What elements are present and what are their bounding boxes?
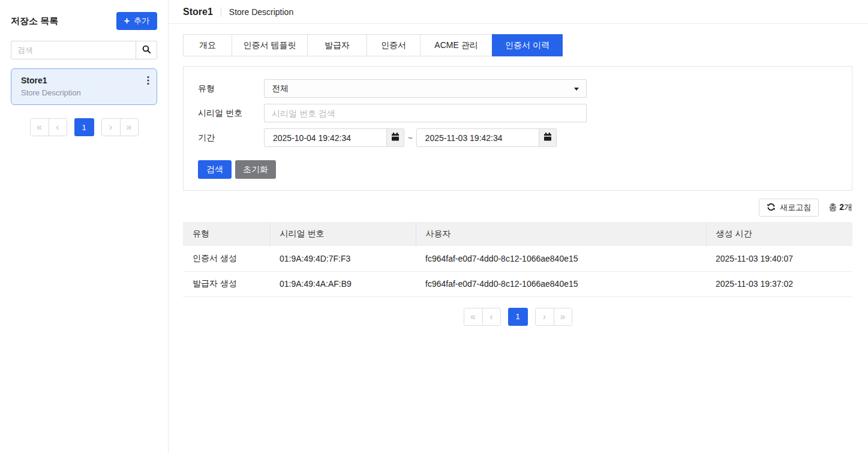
store-description: Store Description (21, 88, 147, 97)
double-chevron-right-icon: » (560, 312, 566, 322)
certificate-history-table: 유형 시리얼 번호 사용자 생성 시간 인증서 생성 01:9A:49:4D:7… (183, 222, 852, 297)
store-list-item-store1[interactable]: Store1 Store Description (11, 68, 157, 105)
sidebar-prev-page-button[interactable]: ‹ (49, 119, 67, 136)
table-prev-page-button[interactable]: ‹ (482, 308, 500, 325)
tab-acme-management[interactable]: ACME 관리 (420, 34, 492, 56)
chevron-left-icon: ‹ (56, 122, 59, 132)
sidebar-title: 저장소 목록 (11, 16, 58, 27)
store-list-sidebar: 저장소 목록 + 추가 Store1 Store Description (0, 0, 169, 453)
period-start-calendar-button[interactable] (386, 129, 404, 146)
sidebar-last-page-button[interactable]: » (120, 119, 138, 136)
chevron-right-icon: › (543, 312, 546, 322)
cell-user: fc964faf-e0d7-4dd0-8c12-1066ae840e15 (416, 246, 706, 271)
sidebar-pager-left-group: « ‹ (30, 118, 67, 136)
double-chevron-left-icon: « (470, 312, 476, 322)
store-subtitle: Store Description (229, 7, 293, 17)
double-chevron-left-icon: « (37, 122, 42, 132)
sidebar-pagination: « ‹ 1 › » (11, 118, 157, 136)
calendar-icon (391, 133, 400, 143)
header-divider (221, 7, 221, 17)
calendar-icon (543, 133, 552, 143)
cell-created: 2025-11-03 19:40:07 (706, 246, 852, 271)
store-header: Store1 Store Description (169, 0, 868, 24)
period-range: ~ (264, 128, 557, 147)
total-count-number: 2 (839, 202, 844, 212)
period-separator: ~ (408, 133, 413, 142)
store-search-button[interactable] (136, 41, 157, 59)
chevron-left-icon: ‹ (489, 312, 492, 322)
store-tabs: 개요 인증서 템플릿 발급자 인증서 ACME 관리 인증서 이력 (183, 34, 852, 56)
store-name: Store1 (21, 76, 147, 85)
period-end-calendar-button[interactable] (539, 129, 556, 146)
type-select[interactable]: 전체 (264, 79, 587, 98)
caret-down-icon (574, 88, 579, 91)
table-pager-left-group: « ‹ (464, 308, 501, 326)
tab-certificate-history[interactable]: 인증서 이력 (492, 34, 563, 56)
table-pager-right-group: › » (535, 308, 572, 326)
cell-serial: 01:9A:49:4A:AF:B9 (270, 271, 416, 296)
chevron-right-icon: › (109, 122, 112, 132)
sidebar-page-1-button[interactable]: 1 (74, 118, 94, 136)
table-toolbar: 새로고침 총 2개 (183, 199, 852, 217)
add-store-button[interactable]: + 추가 (116, 12, 157, 30)
serial-filter-label: 시리얼 번호 (198, 108, 264, 119)
refresh-icon (767, 203, 776, 213)
table-pagination: « ‹ 1 › » (183, 308, 852, 326)
tab-overview[interactable]: 개요 (183, 34, 232, 56)
table-header-row: 유형 시리얼 번호 사용자 생성 시간 (183, 222, 852, 246)
type-filter-label: 유형 (198, 83, 264, 94)
sidebar-next-page-button[interactable]: › (102, 119, 120, 136)
table-row: 발급자 생성 01:9A:49:4A:AF:B9 fc964faf-e0d7-4… (183, 271, 852, 296)
history-filter-panel: 유형 전체 시리얼 번호 기간 (183, 66, 852, 191)
column-header-created: 생성 시간 (706, 222, 852, 246)
cell-created: 2025-11-03 19:37:02 (706, 271, 852, 296)
store-search-group (11, 41, 157, 59)
search-icon (142, 45, 151, 55)
add-store-label: 추가 (134, 16, 149, 26)
store-title: Store1 (183, 7, 213, 17)
table-next-page-button[interactable]: › (536, 308, 554, 325)
period-end-input[interactable] (417, 129, 539, 146)
store-search-input[interactable] (11, 41, 136, 59)
total-count: 총 2개 (828, 202, 852, 213)
table-row: 인증서 생성 01:9A:49:4D:7F:F3 fc964faf-e0d7-4… (183, 246, 852, 271)
type-select-value: 전체 (272, 83, 289, 94)
tab-certificate-template[interactable]: 인증서 템플릿 (232, 34, 308, 56)
kebab-icon (147, 78, 149, 87)
plus-icon: + (124, 16, 130, 26)
sidebar-first-page-button[interactable]: « (31, 119, 49, 136)
period-end-group (416, 128, 557, 147)
column-header-serial: 시리얼 번호 (270, 222, 416, 246)
table-first-page-button[interactable]: « (464, 308, 482, 325)
column-header-type: 유형 (183, 222, 270, 246)
cell-type: 인증서 생성 (183, 246, 270, 271)
cell-user: fc964faf-e0d7-4dd0-8c12-1066ae840e15 (416, 271, 706, 296)
tab-certificate[interactable]: 인증서 (367, 34, 421, 56)
store-menu-button[interactable] (146, 74, 151, 88)
table-page-1-button[interactable]: 1 (508, 308, 528, 326)
refresh-label: 새로고침 (780, 202, 811, 213)
tab-issuer[interactable]: 발급자 (307, 34, 367, 56)
cell-type: 발급자 생성 (183, 271, 270, 296)
app: 저장소 목록 + 추가 Store1 Store Description (0, 0, 868, 453)
filter-search-button[interactable]: 검색 (198, 160, 232, 179)
refresh-button[interactable]: 새로고침 (759, 199, 819, 217)
content: 개요 인증서 템플릿 발급자 인증서 ACME 관리 인증서 이력 유형 전체 (169, 24, 852, 326)
period-start-input[interactable] (265, 129, 386, 146)
cell-serial: 01:9A:49:4D:7F:F3 (270, 246, 416, 271)
period-filter-label: 기간 (198, 133, 264, 143)
period-start-group (264, 128, 404, 147)
double-chevron-right-icon: » (127, 122, 132, 132)
serial-search-input[interactable] (264, 104, 587, 122)
table-last-page-button[interactable]: » (554, 308, 572, 325)
column-header-user: 사용자 (416, 222, 706, 246)
sidebar-pager-right-group: › » (101, 118, 139, 136)
main-panel: Store1 Store Description 개요 인증서 템플릿 발급자 … (169, 0, 868, 453)
sidebar-header: 저장소 목록 + 추가 (11, 12, 157, 30)
filter-reset-button[interactable]: 초기화 (235, 160, 276, 179)
